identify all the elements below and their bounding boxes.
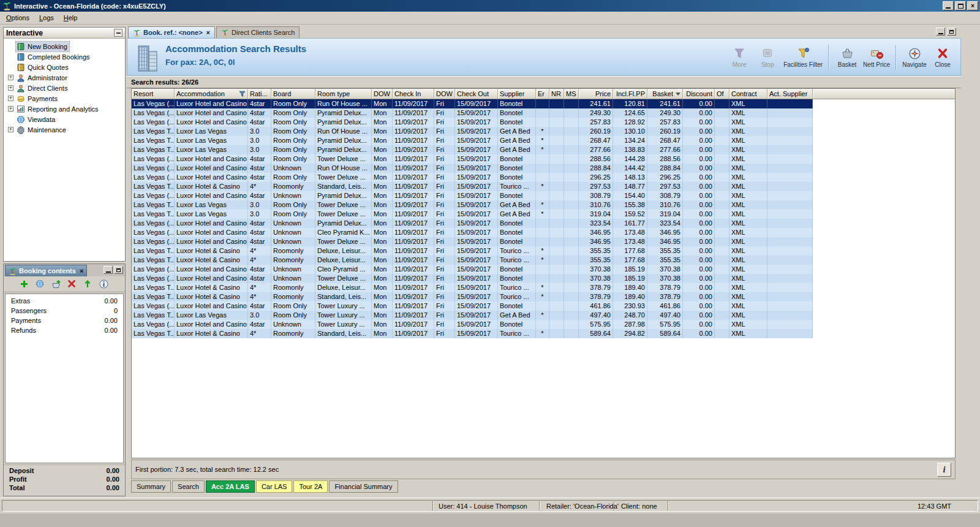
basket-add-icon[interactable] [51,279,61,289]
menu-logs[interactable]: Logs [34,12,59,23]
table-row[interactable]: Las Vegas T...Luxor Hotel & Casino4*Room… [132,292,955,301]
delete-icon[interactable] [67,279,77,289]
table-row[interactable]: Las Vegas (...Luxor Hotel and Casino4sta… [132,274,955,283]
close-button[interactable]: Close [929,47,957,68]
table-row[interactable]: Las Vegas (...Luxor Hotel and Casino4sta… [132,108,955,118]
column-header-basket[interactable]: Basket [647,89,683,99]
table-row[interactable]: Las Vegas (...Luxor Hotel and Casino4sta… [132,154,955,164]
table-row[interactable]: Las Vegas (...Luxor Hotel and Casino4sta… [132,99,955,108]
column-header-room-type[interactable]: Room type [315,89,372,99]
column-header-supplier[interactable]: Supplier [498,89,536,99]
table-row[interactable]: Las Vegas (...Luxor Hotel and Casino4sta… [132,191,955,200]
column-header-nr[interactable]: NR [549,89,564,99]
table-row[interactable]: Las Vegas T...Luxor Hotel & Casino4*Room… [132,283,955,292]
column-header-rati[interactable]: Rati... [248,89,271,99]
info-button[interactable]: i [937,463,951,477]
column-header-incl-fl-pp[interactable]: Incl.Fl.PP [613,89,647,99]
column-header-board[interactable]: Board [271,89,315,99]
table-row[interactable]: Las Vegas T...Luxor Las Vegas3.0Room Onl… [132,127,955,136]
menu-options[interactable]: Options [1,12,34,23]
sidebar-item-direct-clients[interactable]: +Direct Clients [4,83,125,93]
column-header-ms[interactable]: MS [564,89,579,99]
basket-button[interactable]: Basket [833,47,861,68]
expand-icon[interactable]: + [8,75,13,80]
bottom-tab-financial-summary[interactable]: Financial Summary [329,480,398,493]
column-header-resort[interactable]: Resort [132,89,175,99]
column-header-of[interactable]: Of [715,89,729,99]
minimize-button[interactable] [943,1,954,10]
column-header-accommodation[interactable]: Accommodation [175,89,248,99]
booking-contents-tab[interactable]: Booking contents × [5,265,87,276]
expand-icon[interactable]: + [8,106,13,112]
collapse-panel-button[interactable] [114,29,123,37]
expand-icon[interactable]: + [8,96,13,101]
column-header-dow[interactable]: DOW [372,89,393,99]
mdi-minimize-button[interactable] [936,28,945,36]
sidebar-item-administrator[interactable]: +Administrator [4,72,125,83]
sidebar-item-payments[interactable]: +Payments [4,93,125,104]
table-row[interactable]: Las Vegas T...Luxor Hotel & Casino4*Room… [132,246,955,256]
table-row[interactable]: Las Vegas (...Luxor Hotel and Casino4sta… [132,237,955,246]
tab-direct-clients-search[interactable]: Direct Clients Search [216,26,300,38]
navigate-button[interactable]: Navigate [900,47,929,68]
sidebar-item-completed-bookings[interactable]: Completed Bookings [4,51,125,62]
table-row[interactable]: Las Vegas T...Luxor Las Vegas3.0Room Onl… [132,200,955,210]
bottom-tab-car-las[interactable]: Car LAS [256,480,293,493]
close-tab-icon[interactable]: × [206,29,210,36]
table-row[interactable]: Las Vegas T...Luxor Las Vegas3.0Room Onl… [132,136,955,145]
booking-row-extras[interactable]: Extras0.00 [6,296,123,306]
expand-icon[interactable]: + [8,127,13,132]
bottom-tab-summary[interactable]: Summary [131,480,171,493]
add-icon[interactable] [20,279,29,289]
expand-icon[interactable]: + [8,85,13,91]
column-header-discount[interactable]: Discount [683,89,715,99]
table-row[interactable]: Las Vegas (...Luxor Hotel and Casino4sta… [132,301,955,311]
table-row[interactable]: Las Vegas (...Luxor Hotel and Casino4sta… [132,173,955,182]
table-row[interactable]: Las Vegas T...Luxor Las Vegas3.0Room Onl… [132,210,955,219]
column-header-dow[interactable]: DOW [434,89,455,99]
facilities-filter-button[interactable]: Facilities Filter [782,47,824,68]
maximize-button[interactable] [955,1,966,10]
mdi-restore-button[interactable] [947,28,956,36]
table-row[interactable]: Las Vegas T...Luxor Hotel & Casino4*Room… [132,329,955,338]
close-window-button[interactable]: × [967,1,978,10]
close-panel-icon[interactable]: × [78,267,83,275]
table-row[interactable]: Las Vegas T...Luxor Hotel & Casino4*Room… [132,182,955,191]
column-header-contract[interactable]: Contract [729,89,767,99]
world-icon[interactable] [36,279,45,289]
move-up-icon[interactable] [83,279,93,289]
column-header-price[interactable]: Price [579,89,613,99]
table-row[interactable]: Las Vegas (...Luxor Hotel and Casino4sta… [132,228,955,237]
table-row[interactable]: Las Vegas (...Luxor Hotel and Casino4sta… [132,320,955,329]
bottom-tab-acc-2a-las[interactable]: Acc 2A LAS [206,480,255,493]
table-row[interactable]: Las Vegas (...Luxor Hotel and Casino4sta… [132,118,955,127]
tab-book-ref-none[interactable]: Book. ref.: <none>× [128,26,215,38]
sidebar-item-viewdata[interactable]: Viewdata [4,114,125,124]
table-row[interactable]: Las Vegas T...Luxor Las Vegas3.0Room Onl… [132,145,955,154]
table-row[interactable]: Las Vegas (...Luxor Hotel and Casino4sta… [132,164,955,173]
column-header-check-in[interactable]: Check In [393,89,434,99]
more-button[interactable]: More [725,47,753,68]
table-row[interactable]: Las Vegas T...Luxor Las Vegas3.0Room Onl… [132,311,955,320]
panel-minimize-button[interactable] [104,266,113,274]
bottom-tab-tour-2a[interactable]: Tour 2A [293,480,328,493]
column-header-er[interactable]: Er [536,89,549,99]
nett-price-button[interactable]: Nett Price [861,47,892,68]
bottom-tab-search[interactable]: Search [172,480,205,493]
booking-row-payments[interactable]: Payments0.00 [6,316,123,325]
sidebar-item-quick-quotes[interactable]: Quick Quotes [4,62,125,72]
table-row[interactable]: Las Vegas T...Luxor Hotel & Casino4*Room… [132,256,955,265]
sidebar-item-maintenance[interactable]: +Maintenance [4,124,125,135]
sidebar-item-new-booking[interactable]: New Booking [4,41,125,51]
column-header-check-out[interactable]: Check Out [455,89,498,99]
column-header-act-supplier[interactable]: Act. Supplier [767,89,813,99]
stop-button[interactable]: Stop [753,47,782,68]
table-row[interactable]: Las Vegas (...Luxor Hotel and Casino4sta… [132,219,955,228]
booking-row-passengers[interactable]: Passengers0 [6,306,123,316]
info-icon[interactable] [99,279,109,289]
table-row[interactable]: Las Vegas (...Luxor Hotel and Casino4sta… [132,265,955,274]
panel-restore-button[interactable] [114,266,123,274]
sidebar-item-reporting-and-analytics[interactable]: +Reporting and Analytics [4,104,125,114]
booking-row-refunds[interactable]: Refunds0.00 [6,325,123,335]
menu-help[interactable]: Help [59,12,83,23]
